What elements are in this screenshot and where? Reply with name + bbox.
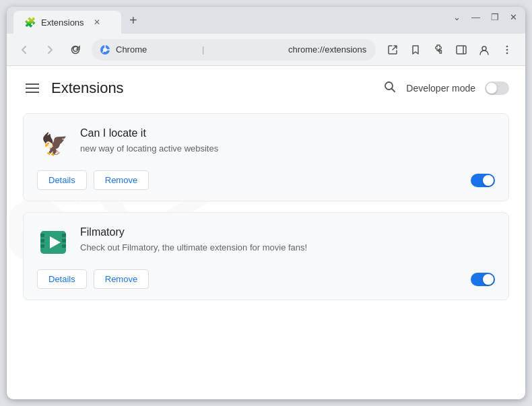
ext-header-1: Filmatory Check out Filmatory, the ultim… <box>37 226 495 259</box>
restore-button[interactable]: ❐ <box>491 12 499 22</box>
developer-mode-toggle[interactable] <box>485 81 509 95</box>
ext-info-1: Filmatory Check out Filmatory, the ultim… <box>80 226 495 255</box>
reload-icon <box>70 44 81 55</box>
new-tab-button[interactable]: + <box>124 10 143 31</box>
side-panel-icon <box>455 44 467 56</box>
header-right: Developer mode <box>383 80 509 97</box>
back-icon <box>19 44 30 55</box>
developer-mode-label: Developer mode <box>406 83 475 94</box>
can-i-locate-it-icon: 🦅 <box>38 129 68 158</box>
ext-footer-0: Details Remove <box>37 170 495 190</box>
svg-rect-19 <box>62 244 66 248</box>
ext-desc-1: Check out Filmatory, the ultimate extens… <box>80 241 495 255</box>
svg-rect-17 <box>62 234 66 237</box>
extensions-list: 🦅 Can I locate it new way of locating ac… <box>23 113 509 300</box>
ext-info-0: Can I locate it new way of locating acti… <box>80 127 495 156</box>
ext-remove-button-1[interactable]: Remove <box>94 269 149 289</box>
ext-desc-0: new way of locating active websites <box>80 142 495 156</box>
minimize-all-button[interactable]: ⌄ <box>453 12 461 22</box>
svg-point-6 <box>506 48 508 50</box>
ext-toggle-wrap-1 <box>471 273 495 286</box>
ext-toggle-wrap-0 <box>471 174 495 187</box>
chrome-logo-icon <box>100 44 110 55</box>
extension-card-1: Filmatory Check out Filmatory, the ultim… <box>23 212 509 300</box>
search-button[interactable] <box>383 80 397 97</box>
window-controls: ⌄ — ❐ ✕ <box>453 12 517 22</box>
browser-window: 🧩 Extensions ✕ + ⌄ — ❐ ✕ <box>7 7 525 399</box>
page-title: Extensions <box>51 79 124 97</box>
svg-rect-14 <box>40 234 44 237</box>
share-button[interactable] <box>383 40 403 60</box>
svg-point-5 <box>506 45 508 47</box>
separator: | <box>202 44 281 55</box>
ext-toggle-1[interactable] <box>471 273 495 286</box>
minimize-button[interactable]: — <box>471 12 480 22</box>
reload-button[interactable] <box>66 40 85 59</box>
puzzle-icon: 🧩 <box>24 17 36 28</box>
svg-rect-15 <box>40 239 44 242</box>
bookmark-icon <box>409 44 422 56</box>
hamburger-line <box>26 92 39 93</box>
tab-label: Extensions <box>41 18 84 28</box>
back-button[interactable] <box>15 40 34 59</box>
svg-point-4 <box>482 46 486 50</box>
ext-header-0: 🦅 Can I locate it new way of locating ac… <box>37 127 495 160</box>
puzzle-toolbar-icon <box>432 44 444 56</box>
page-header: Extensions Developer mode <box>23 79 509 97</box>
title-bar: 🧩 Extensions ✕ + ⌄ — ❐ ✕ <box>7 7 525 34</box>
svg-rect-18 <box>62 239 66 242</box>
extension-card-0: 🦅 Can I locate it new way of locating ac… <box>23 113 509 201</box>
ext-icon-1 <box>37 226 69 259</box>
hamburger-menu-button[interactable] <box>23 81 42 96</box>
brand-text: Chrome <box>116 44 195 55</box>
hamburger-line <box>26 88 39 89</box>
ext-details-button-0[interactable]: Details <box>37 170 87 190</box>
tab-bar: 🧩 Extensions ✕ + <box>13 10 143 34</box>
filmatory-icon <box>38 227 69 258</box>
url-text: chrome://extensions <box>288 44 368 55</box>
address-input[interactable]: Chrome | chrome://extensions <box>92 39 376 61</box>
side-panel-button[interactable] <box>451 40 471 60</box>
svg-line-10 <box>392 88 395 92</box>
hamburger-line <box>26 83 39 85</box>
bookmark-button[interactable] <box>405 40 426 60</box>
tab-close-button[interactable]: ✕ <box>94 18 100 27</box>
content-area: 911 Extensions <box>23 79 509 300</box>
close-window-button[interactable]: ✕ <box>510 12 517 22</box>
svg-rect-16 <box>40 244 44 248</box>
toolbar-icons <box>383 40 517 60</box>
forward-button[interactable] <box>40 40 59 59</box>
address-bar: Chrome | chrome://extensions <box>7 34 525 66</box>
menu-button[interactable] <box>497 40 517 60</box>
extensions-toolbar-button[interactable] <box>428 40 448 60</box>
share-icon <box>387 44 399 56</box>
profile-button[interactable] <box>474 40 494 60</box>
svg-rect-2 <box>457 46 466 54</box>
search-icon <box>383 80 397 94</box>
svg-point-7 <box>506 52 508 54</box>
page-title-wrap: Extensions <box>23 79 124 97</box>
ext-name-1: Filmatory <box>80 226 495 238</box>
forward-icon <box>44 44 55 55</box>
ext-remove-button-0[interactable]: Remove <box>94 170 149 190</box>
page-content: 911 Extensions <box>7 66 525 399</box>
more-icon <box>501 44 513 56</box>
ext-icon-0: 🦅 <box>37 127 69 160</box>
ext-toggle-0[interactable] <box>471 174 495 187</box>
ext-name-0: Can I locate it <box>80 127 495 139</box>
extensions-tab[interactable]: 🧩 Extensions ✕ <box>13 11 121 34</box>
svg-text:🦅: 🦅 <box>41 131 68 157</box>
ext-footer-1: Details Remove <box>37 269 495 289</box>
ext-details-button-1[interactable]: Details <box>37 269 87 289</box>
profile-icon <box>478 44 490 56</box>
